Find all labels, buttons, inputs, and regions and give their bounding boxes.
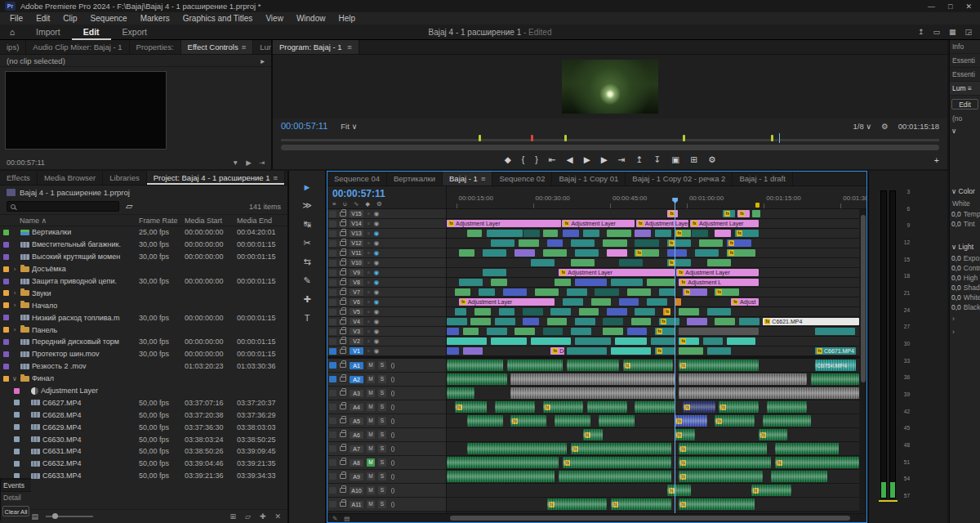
panel-menu-icon[interactable]: ≡ (274, 173, 278, 182)
solo-button[interactable]: S (378, 375, 386, 383)
source-patch-nub[interactable] (329, 459, 336, 466)
sync-lock-icon[interactable]: ▫ (368, 308, 370, 315)
expand-caret[interactable]: › (11, 302, 18, 309)
project-breadcrumb[interactable]: Bajaj 4 - 1 расширение 1.prproj (0, 186, 287, 199)
timeline-clip[interactable] (543, 230, 559, 237)
track-lock-icon[interactable] (340, 290, 346, 295)
transport-lift[interactable]: ↥ (636, 155, 644, 164)
track-lane-v14[interactable]: fxAdjustment LayerfxAdjustment LayerfxAd… (447, 219, 859, 229)
tab-bajaj-1[interactable]: Bajaj - 1≡ (443, 172, 492, 186)
track-header-a9[interactable]: A9MS (327, 470, 446, 484)
timeline-clip[interactable] (679, 328, 759, 335)
source-patch-nub[interactable] (329, 390, 336, 396)
track-name-button[interactable]: V14 (350, 220, 363, 227)
track-name-button[interactable]: V1 (350, 347, 363, 355)
thumbnail-zoom-slider[interactable] (46, 516, 93, 517)
timeline-clip[interactable] (523, 318, 539, 325)
source-patch-nub[interactable] (329, 221, 336, 227)
track-header-v3[interactable]: V3▫◉ (327, 327, 446, 337)
label-color-chip[interactable] (3, 230, 9, 235)
scrubber-marker[interactable] (564, 135, 567, 141)
timeline-clip[interactable]: fxAdjustment Layer (676, 269, 759, 276)
track-output-eye-icon[interactable]: ◉ (374, 318, 380, 325)
timeline-clip[interactable]: fx (719, 401, 759, 413)
track-lane-a9[interactable]: fx (447, 470, 859, 484)
track-name-button[interactable]: A9 (350, 473, 363, 481)
timeline-clip[interactable] (595, 288, 618, 296)
workspace-tab-import[interactable]: Import (24, 25, 72, 40)
tab-sequence-04[interactable]: Sequence 04 (327, 172, 387, 186)
menu-view[interactable]: View (259, 12, 290, 25)
play-icon[interactable]: ▶ (246, 159, 252, 167)
audio-meters-panel[interactable]: 36912151821242730333639424548515457 (869, 171, 947, 523)
sync-lock-icon[interactable]: ▫ (368, 279, 370, 286)
timeline-clip[interactable] (491, 239, 514, 247)
timeline-clip[interactable] (463, 328, 479, 335)
project-item-row[interactable]: C6629.MP450,00 fps03:37:36:3003:38:03:03 (0, 421, 287, 433)
project-item-row[interactable]: Протектор шин.mov30,00 fps00:00:00:0000:… (0, 348, 287, 360)
sync-lock-icon[interactable]: ▫ (368, 210, 370, 217)
mute-button[interactable]: M (367, 431, 375, 439)
timeline-clip[interactable] (447, 457, 559, 468)
timeline-clip[interactable] (675, 298, 681, 306)
timeline-clip[interactable] (707, 259, 731, 266)
voiceover-record-icon[interactable] (391, 363, 394, 369)
track-name-button[interactable]: V13 (350, 230, 363, 237)
track-header-a2[interactable]: A2MS (327, 373, 446, 387)
timeline-clip[interactable] (519, 239, 539, 247)
solo-button[interactable]: S (378, 445, 386, 453)
search-input[interactable] (7, 201, 119, 212)
param-shad[interactable]: 0,0Shad (950, 283, 980, 293)
label-color-chip[interactable] (3, 376, 9, 382)
timeline-clip[interactable]: fx (571, 443, 671, 454)
track-header-a3[interactable]: A3MS (327, 387, 446, 400)
expand-caret[interactable]: ∨ (11, 375, 18, 382)
menu-edit[interactable]: Edit (29, 12, 56, 25)
timeline-clip[interactable] (447, 471, 555, 482)
track-name-button[interactable]: V7 (350, 288, 363, 296)
panel-menu-icon[interactable]: ≡ (242, 42, 247, 51)
label-color-chip[interactable] (3, 302, 9, 308)
track-lane-v13[interactable]: fxfx (447, 229, 859, 239)
track-lane-a10[interactable]: fxfx (447, 484, 859, 498)
workspaces-icon[interactable]: ▦ (949, 28, 956, 36)
track-lock-icon[interactable] (340, 474, 346, 479)
timeline-clip[interactable]: fx (659, 318, 679, 325)
timeline-clip[interactable] (523, 230, 540, 237)
collapsed-section-caret[interactable]: › (950, 325, 980, 338)
param-temp[interactable]: 0,0Temp (950, 209, 980, 219)
track-header-a10[interactable]: A10MS (327, 484, 446, 498)
label-color-chip[interactable] (3, 290, 9, 296)
timeline-clip[interactable] (463, 347, 483, 355)
button-editor-plus[interactable]: + (934, 155, 939, 165)
timeline-clip[interactable] (692, 230, 708, 237)
track-lock-icon[interactable] (340, 405, 346, 409)
track-output-eye-icon[interactable]: ◉ (374, 298, 380, 306)
program-playhead[interactable] (779, 133, 780, 143)
track-header-v5[interactable]: V5▫◉ (327, 307, 446, 317)
timeline-clip[interactable]: fxAdjust (731, 298, 759, 306)
timeline-clip[interactable] (775, 443, 839, 454)
voiceover-record-icon[interactable] (391, 488, 394, 494)
track-header-v15[interactable]: V15▫◉ (327, 209, 446, 219)
track-name-button[interactable]: A6 (350, 431, 363, 439)
section-color[interactable]: ∨ Color (950, 185, 980, 198)
filter-icon[interactable]: ▼ (232, 159, 238, 167)
timeline-clip[interactable] (467, 443, 568, 454)
track-output-eye-icon[interactable]: ◉ (374, 288, 380, 296)
sync-lock-icon[interactable]: ▫ (368, 288, 370, 296)
param-white[interactable]: 0,0White (950, 293, 980, 302)
track-output-eye-icon[interactable]: ◉ (374, 239, 380, 247)
track-name-button[interactable]: A8 (350, 459, 363, 467)
track-lock-icon[interactable] (340, 261, 346, 266)
timeline-clip[interactable] (555, 279, 571, 286)
track-lane-v8[interactable]: fxAdjustment L (447, 278, 859, 288)
timeline-clip[interactable] (679, 308, 699, 315)
track-output-eye-icon[interactable]: ◉ (374, 337, 380, 345)
maximize-button[interactable]: □ (948, 2, 952, 11)
track-name-button[interactable]: V12 (350, 239, 363, 247)
sync-lock-icon[interactable]: ▫ (368, 259, 370, 266)
timeline-clip[interactable]: fx (679, 443, 767, 454)
timeline-clip[interactable] (739, 318, 760, 325)
timeline-clip[interactable] (815, 328, 855, 335)
